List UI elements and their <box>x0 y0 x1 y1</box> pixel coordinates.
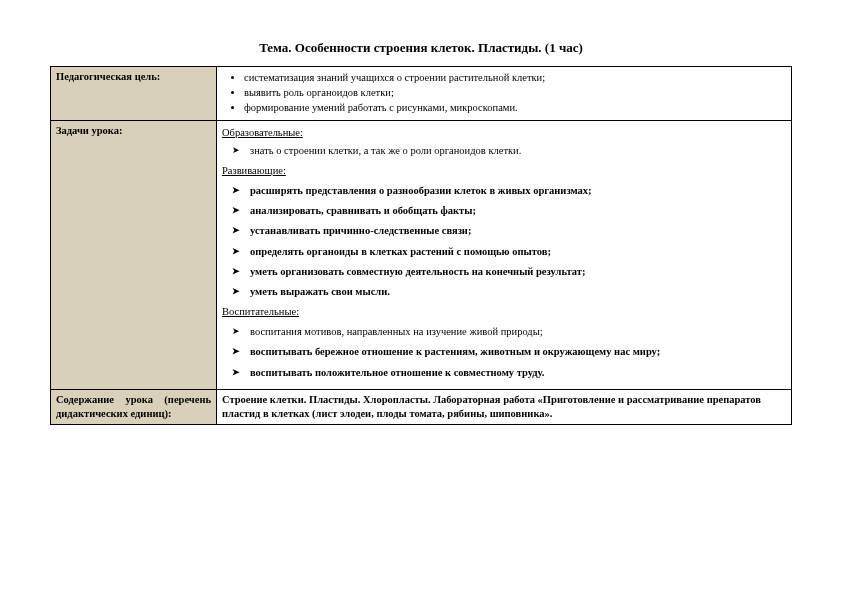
dev-item: расширять представления о разнообразии к… <box>250 184 786 198</box>
dev-heading: Развивающие: <box>222 164 786 178</box>
vos-item: воспитания мотивов, направленных на изуч… <box>250 325 786 339</box>
vos-item: воспитывать бережное отношение к растени… <box>250 345 786 359</box>
document-title: Тема. Особенности строения клеток. Пласт… <box>50 40 792 56</box>
edu-item: знать о строении клетки, а так же о роли… <box>250 144 786 158</box>
row-tasks: Задачи урока: Образовательные: знать о с… <box>51 120 792 389</box>
tasks-label: Задачи урока: <box>51 120 217 389</box>
dev-item: уметь выражать свои мысли. <box>250 285 786 299</box>
vos-heading: Воспитательные: <box>222 305 786 319</box>
lesson-plan-table: Педагогическая цель: систематизация знан… <box>50 66 792 425</box>
goal-bullet: систематизация знаний учащихся о строени… <box>244 71 786 85</box>
dev-item: устанавливать причинно-следственные связ… <box>250 224 786 238</box>
vos-item: воспитывать положительное отношение к со… <box>250 366 786 380</box>
dev-item: определять органоиды в клетках растений … <box>250 245 786 259</box>
edu-list: знать о строении клетки, а так же о роли… <box>222 144 786 158</box>
row-content: Содержание урока (перечень дидактических… <box>51 389 792 424</box>
goal-label: Педагогическая цель: <box>51 67 217 121</box>
goal-bullets: систематизация знаний учащихся о строени… <box>222 71 786 116</box>
dev-list: расширять представления о разнообразии к… <box>222 184 786 299</box>
goal-content: систематизация знаний учащихся о строени… <box>217 67 792 121</box>
tasks-content: Образовательные: знать о строении клетки… <box>217 120 792 389</box>
content-label: Содержание урока (перечень дидактических… <box>51 389 217 424</box>
goal-bullet: выявить роль органоидов клетки; <box>244 86 786 100</box>
edu-heading: Образовательные: <box>222 126 786 140</box>
dev-item: уметь организовать совместную деятельнос… <box>250 265 786 279</box>
row-goal: Педагогическая цель: систематизация знан… <box>51 67 792 121</box>
goal-bullet: формирование умений работать с рисунками… <box>244 101 786 115</box>
vos-list: воспитания мотивов, направленных на изуч… <box>222 325 786 380</box>
dev-item: анализировать, сравнивать и обобщать фак… <box>250 204 786 218</box>
content-text: Строение клетки. Пластиды. Хлоропласты. … <box>217 389 792 424</box>
